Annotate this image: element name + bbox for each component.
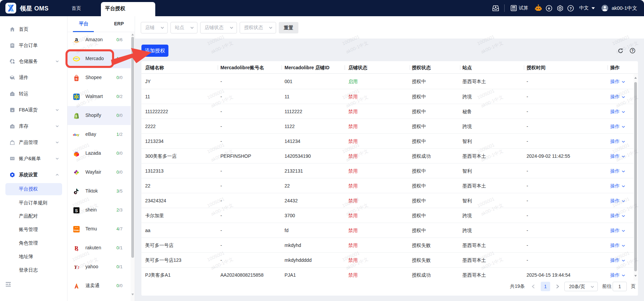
svg-text:Y: Y	[74, 265, 78, 270]
svg-text:S: S	[75, 208, 78, 213]
svg-text:TEMU: TEMU	[74, 229, 80, 231]
svg-text:a: a	[75, 36, 78, 42]
svg-text:S: S	[75, 115, 77, 118]
svg-text:!: !	[78, 265, 79, 270]
svg-text:S: S	[75, 77, 77, 81]
svg-text:R: R	[75, 245, 79, 251]
svg-text:a: a	[11, 108, 13, 112]
svg-text:ebay: ebay	[73, 133, 79, 136]
svg-text:?: ?	[632, 49, 634, 53]
svg-text:?: ?	[569, 6, 572, 10]
